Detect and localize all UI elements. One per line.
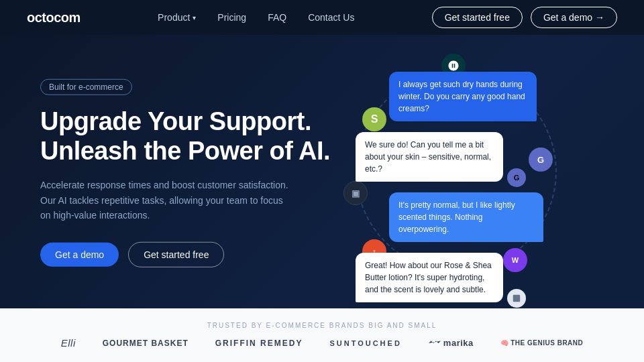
chat-message-4: Great! How about our Rose & Shea Butter … xyxy=(356,253,503,302)
nav-faq[interactable]: FAQ xyxy=(268,12,286,23)
navbar: octocom Product ▾ Pricing FAQ Contact Us… xyxy=(0,0,644,35)
hero-section: Built for e-commerce Upgrade Your Suppor… xyxy=(0,0,644,308)
brand-elli: Elli xyxy=(61,337,76,349)
chat-message-3: It's pretty normal, but I like lightly s… xyxy=(389,192,543,242)
chat-row-3: It's pretty normal, but I like lightly s… xyxy=(349,192,543,247)
nav-links: Product ▾ Pricing FAQ Contact Us xyxy=(158,12,354,23)
bot-avatar-2 xyxy=(507,289,526,308)
trusted-label: TRUSTED BY E-COMMERCE BRANDS BIG AND SMA… xyxy=(207,322,437,329)
hero-buttons: Get a demo Get started free xyxy=(40,241,330,267)
chat-messages: I always get such dry hands during winte… xyxy=(349,72,543,313)
nav-pricing[interactable]: Pricing xyxy=(217,12,246,23)
chat-message-2: We sure do! Can you tell me a bit about … xyxy=(356,132,503,182)
nav-actions: Get started free Get a demo → xyxy=(432,7,617,28)
svg-rect-0 xyxy=(513,295,521,302)
chat-row-1: I always get such dry hands during winte… xyxy=(349,72,543,127)
chat-message-1: I always get such dry hands during winte… xyxy=(389,72,537,121)
get-started-button[interactable]: Get started free xyxy=(432,7,523,28)
chat-row-4: Great! How about our Rose & Shea Butter … xyxy=(349,253,543,308)
get-demo-button[interactable]: Get a demo → xyxy=(531,7,617,28)
hero-title: Upgrade Your Support. Unleash the Power … xyxy=(40,107,330,166)
hero-content: Built for e-commerce Upgrade Your Suppor… xyxy=(40,79,330,267)
logo: octocom xyxy=(27,10,80,25)
brand-suntouched: SUNTOUCHED xyxy=(329,339,401,347)
trusted-bar: TRUSTED BY E-COMMERCE BRANDS BIG AND SMA… xyxy=(0,308,644,362)
hero-demo-button[interactable]: Get a demo xyxy=(40,242,119,266)
chat-visualization: S G ▣ ↑ W ↗ I always get such dry hands … xyxy=(295,35,617,308)
brand-genius: 🧠 THE GENIUS BRAND xyxy=(500,339,584,347)
chat-row-2: We sure do! Can you tell me a bit about … xyxy=(349,132,543,187)
hero-free-button[interactable]: Get started free xyxy=(128,241,224,267)
brand-marika: marika xyxy=(429,338,474,348)
brand-griffin: GRIFFIN REMEDY xyxy=(215,339,303,348)
hero-badge: Built for e-commerce xyxy=(40,79,132,95)
brand-logos: Elli GOURMET BASKET GRIFFIN REMEDY SUNTO… xyxy=(61,337,584,349)
nav-contact[interactable]: Contact Us xyxy=(308,12,354,23)
nav-product[interactable]: Product ▾ xyxy=(158,12,196,23)
brand-gourmet: GOURMET BASKET xyxy=(103,339,189,348)
bot-avatar: G xyxy=(507,168,526,187)
chevron-down-icon: ▾ xyxy=(193,14,196,21)
hero-subtitle: Accelerate response times and boost cust… xyxy=(40,178,295,223)
